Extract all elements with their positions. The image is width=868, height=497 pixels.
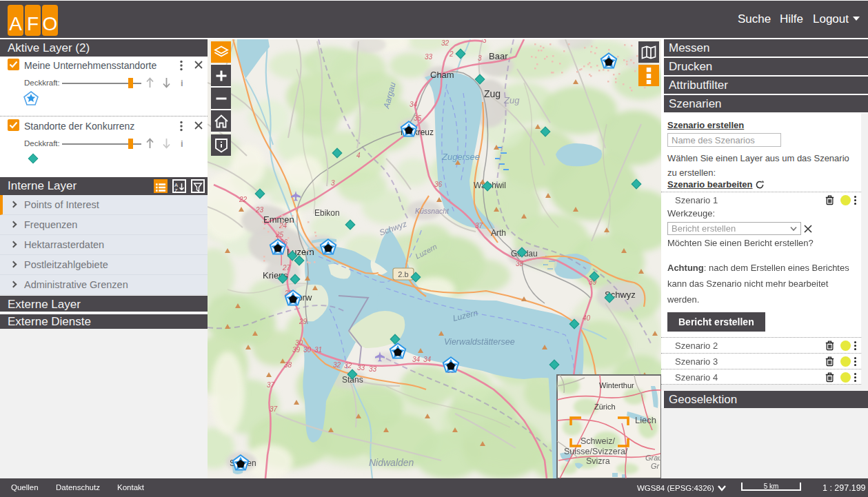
svg-text:32: 32 (333, 361, 341, 369)
svg-text:Suisse/Svizzera/: Suisse/Svizzera/ (564, 447, 628, 456)
svg-text:Svizra: Svizra (586, 456, 610, 466)
svg-text:38: 38 (516, 260, 524, 267)
svg-text:29: 29 (299, 318, 307, 325)
svg-text:33: 33 (357, 364, 365, 372)
svg-text:Schweiz/: Schweiz/ (581, 436, 616, 446)
svg-text:34: 34 (412, 356, 421, 363)
svg-text:38: 38 (284, 361, 292, 369)
svg-text:4: 4 (356, 152, 361, 159)
svg-text:36: 36 (434, 181, 443, 188)
svg-text:Gr: Gr (651, 462, 660, 470)
svg-text:2: 2 (449, 50, 454, 58)
svg-text:32: 32 (344, 362, 352, 369)
svg-text:3: 3 (331, 179, 335, 187)
svg-text:30: 30 (303, 346, 312, 354)
svg-text:Zug: Zug (503, 95, 520, 105)
svg-text:Arth: Arth (491, 228, 506, 238)
svg-text:Zürich: Zürich (594, 403, 616, 411)
svg-text:24: 24 (279, 222, 287, 230)
svg-text:33: 33 (425, 53, 433, 61)
svg-text:22: 22 (239, 196, 248, 203)
svg-text:Nidwalden: Nidwalden (369, 457, 414, 468)
svg-text:3: 3 (478, 54, 482, 62)
svg-text:Ebikon: Ebikon (314, 208, 340, 218)
svg-text:40: 40 (583, 314, 591, 322)
svg-text:35: 35 (414, 114, 422, 122)
svg-text:31: 31 (314, 346, 322, 354)
svg-text:39: 39 (292, 346, 301, 354)
svg-text:3: 3 (483, 39, 487, 44)
svg-text:Z: Z (174, 187, 178, 193)
svg-text:34: 34 (423, 356, 432, 363)
svg-text:34: 34 (410, 101, 418, 108)
svg-text:Küssnacht: Küssnacht (415, 207, 450, 215)
svg-text:37: 37 (475, 222, 483, 230)
svg-text:23: 23 (255, 206, 264, 214)
svg-text:27: 27 (282, 264, 291, 272)
svg-text:33: 33 (369, 365, 377, 373)
svg-text:Zugersee: Zugersee (441, 152, 480, 162)
svg-text:25: 25 (275, 231, 284, 239)
svg-text:Baar: Baar (489, 51, 508, 61)
svg-text:32: 32 (441, 39, 450, 47)
svg-text:Winterthur: Winterthur (599, 381, 634, 389)
svg-text:Liech: Liech (635, 415, 656, 425)
svg-text:37: 37 (267, 381, 275, 389)
svg-text:2.b: 2.b (398, 270, 408, 278)
svg-text:Grau: Grau (645, 454, 661, 462)
svg-text:37: 37 (270, 405, 278, 413)
svg-text:Zug: Zug (484, 88, 501, 99)
svg-text:Cham: Cham (430, 70, 454, 80)
svg-text:Vierwaldstättersee: Vierwaldstättersee (444, 337, 515, 347)
